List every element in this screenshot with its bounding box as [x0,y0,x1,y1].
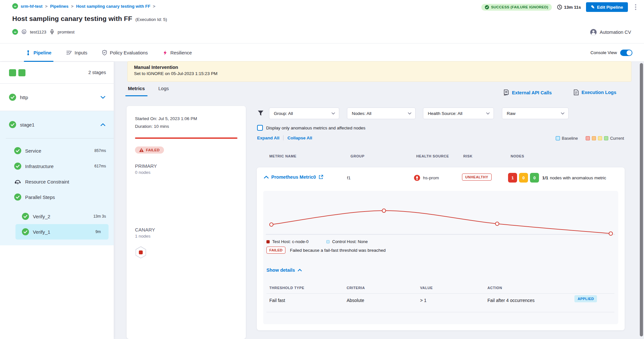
prometheus-icon [414,175,420,181]
anomalous-filter-checkbox[interactable] [257,125,263,131]
chevron-down-icon [408,112,411,115]
group-filter-value: Group: All [274,111,293,116]
health-source-filter-dropdown[interactable]: Health Source: All [423,108,494,119]
collapse-metric-chevron-icon[interactable] [264,176,269,179]
failed-badge: FAILED [266,247,285,254]
value-value: > 1 [420,298,427,303]
tab-resilience[interactable]: Resilience [163,43,192,62]
step-row-verify2[interactable]: Verify_2 13m 3s [0,209,114,224]
triggered-by-label: Automation CV [600,30,631,35]
collapse-all-link[interactable]: Collapse All [287,136,312,140]
canary-label: CANARY [135,227,237,232]
console-view-toggle[interactable] [620,50,632,56]
external-link-icon[interactable] [319,175,323,179]
success-check-icon [14,163,21,170]
edit-pipeline-label: Edit Pipeline [597,5,623,10]
breadcrumb-pipelines[interactable]: Pipelines [50,4,69,9]
success-check-icon [22,213,29,220]
stage-count: 2 stages [88,70,106,75]
triggered-by: Automation CV [590,29,631,35]
policy-shield-icon [102,50,107,55]
step-row-service[interactable]: Service 857ms [0,143,114,158]
tab-logs[interactable]: Logs [159,86,169,96]
step-label: Resource Constraint [25,179,106,184]
more-options-menu[interactable] [633,2,638,12]
tab-pipeline[interactable]: Pipeline [26,43,52,62]
step-label: Infrastructure [25,164,94,169]
nodes-filter-dropdown[interactable]: Nodes: All [347,108,416,119]
progress-bar [135,137,237,139]
anomalous-filter-checkbox-row[interactable]: Display only anomalous metrics and affec… [257,125,365,131]
edit-pipeline-button[interactable]: ✎ Edit Pipeline [586,2,628,12]
step-row-resource-constraint[interactable]: Resource Constraint [0,174,114,189]
stage-square-icon [18,69,25,76]
stage-label: http [20,95,101,100]
environment-name[interactable]: promtest [58,30,75,34]
inputs-icon [66,50,72,55]
canary-node-hexagon[interactable] [135,246,147,259]
filter-icon[interactable] [258,110,264,116]
header: ∞ srm-hf-test > Pipelines > Host samplin… [0,0,644,43]
stage-row-stage1[interactable]: stage1 [0,111,114,138]
chevron-up-icon[interactable] [101,123,105,126]
tab-inputs-label: Inputs [75,50,88,55]
vertical-scrollbar[interactable] [640,63,643,336]
step-row-infrastructure[interactable]: Infrastructure 617ms [0,158,114,174]
legend-baseline-label: Baseline [562,136,578,141]
threshold-type-value: Fail fast [269,298,285,303]
started-on: Started On: Jul 5, 2023 1:06 PM [135,115,237,123]
page-title: Host sampling canary testing with FF [12,15,132,23]
stage-label: stage1 [20,122,101,127]
environment-icon [50,29,54,34]
group-filter-dropdown[interactable]: Group: All [269,108,339,119]
service-name[interactable]: test1123 [30,30,46,34]
tab-bar: Pipeline Inputs Policy Evaluations Resil… [0,43,644,62]
show-details-toggle[interactable]: Show details [266,268,302,273]
metric-name-link[interactable]: Prometheus Metric0 [271,174,323,180]
success-check-icon [9,121,16,128]
tab-inputs[interactable]: Inputs [66,43,88,62]
tab-resilience-label: Resilience [170,50,192,55]
harness-service-icon: ∞ [12,29,18,35]
nodes-ratio: 1/1 [542,175,548,180]
banner-subtitle: Set to IGNORE on 05-Jul-2023 1:15:23 PM [134,71,625,76]
breadcrumb-separator: > [45,4,48,9]
col-risk: RISK [463,154,473,158]
breadcrumb-pipeline-name[interactable]: Host sampling canary testing with FF [76,4,150,9]
warning-triangle-icon [139,148,144,152]
chevron-down-icon [486,112,490,115]
metric-card: Prometheus Metric0 f1 hs-prom UNHEALTHY … [257,167,625,330]
chevron-down-icon[interactable] [101,96,105,99]
nodes-summary: 1/1nodes with anomalous metric [542,175,606,180]
view-mode-dropdown[interactable]: Raw [502,108,569,119]
criteria-value: Absolute [347,298,364,303]
control-host-swatch-icon [326,240,330,243]
expand-all-link[interactable]: Expand All [257,136,279,140]
tab-policy-evaluations[interactable]: Policy Evaluations [102,43,148,62]
primary-label: PRIMARY [135,163,237,169]
chart-color-legend: Baseline Current [556,136,624,141]
avatar-icon [590,29,597,35]
metric-name-label: Prometheus Metric0 [271,174,316,180]
verification-summary-card: Started On: Jul 5, 2023 1:06 PM Duration… [127,106,246,339]
external-api-calls-link[interactable]: API External API Calls [504,89,552,96]
step-row-parallel-steps[interactable]: Parallel Steps [0,189,114,205]
breadcrumb-project[interactable]: srm-hf-test [21,4,43,9]
test-host-legend: Test Host: c-node-0 [266,239,309,244]
baseline-swatch-icon [556,136,560,140]
metric-chart[interactable] [263,193,618,242]
metric-group-value: f1 [347,175,351,180]
test-host-label: Test Host: c-node-0 [272,239,309,244]
stage-row-http[interactable]: http [0,84,114,111]
manual-intervention-banner: Manual Intervention Set to IGNORE on 05-… [127,61,631,82]
current-yellow-swatch-icon [598,136,602,140]
execution-id: (Execution Id: 5) [135,17,167,22]
execution-logs-link[interactable]: Execution Logs [574,89,616,95]
tab-metrics[interactable]: Metrics [128,86,145,96]
step-row-verify1[interactable]: Verify_1 9m [15,224,109,240]
nodes-summary-text: nodes with anomalous metric [550,175,606,180]
metric-row[interactable]: Prometheus Metric0 f1 hs-prom UNHEALTHY … [257,167,625,189]
console-view-label: Console View [591,50,617,55]
current-red-swatch-icon [586,136,590,140]
control-host-legend: Control Host: None [326,239,368,244]
